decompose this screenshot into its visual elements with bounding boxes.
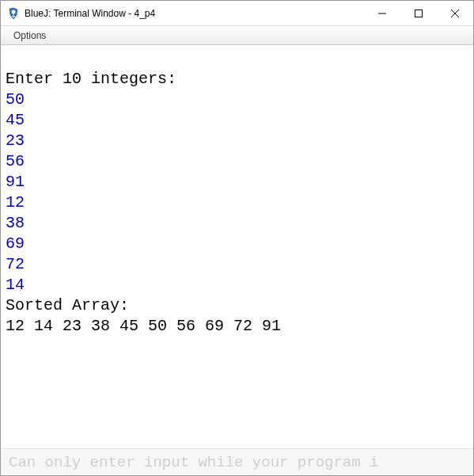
input-line: 50 bbox=[6, 90, 25, 109]
menubar: Options bbox=[1, 26, 473, 45]
window-controls bbox=[364, 1, 473, 25]
terminal-output: Enter 10 integers: 50 45 23 56 91 12 38 … bbox=[1, 45, 473, 446]
titlebar: BlueJ: Terminal Window - 4_p4 bbox=[1, 1, 473, 26]
input-line: 56 bbox=[6, 152, 25, 170]
menu-options[interactable]: Options bbox=[6, 29, 54, 43]
input-line: 12 bbox=[6, 193, 25, 211]
minimize-button[interactable] bbox=[364, 1, 400, 25]
terminal-input-bar: Can only enter input while your program … bbox=[1, 448, 473, 475]
input-line: 45 bbox=[6, 111, 25, 129]
close-button[interactable] bbox=[437, 1, 473, 25]
sorted-label: Sorted Array: bbox=[6, 296, 129, 314]
input-line: 91 bbox=[6, 173, 25, 191]
input-line: 38 bbox=[6, 214, 25, 232]
input-placeholder: Can only enter input while your program … bbox=[9, 454, 378, 471]
minimize-icon bbox=[378, 10, 386, 17]
bluej-icon bbox=[7, 7, 20, 20]
input-line: 69 bbox=[6, 234, 25, 253]
input-line: 72 bbox=[6, 255, 25, 273]
maximize-button[interactable] bbox=[400, 1, 437, 25]
input-line: 14 bbox=[6, 276, 25, 294]
close-icon bbox=[451, 10, 459, 17]
prompt-line: Enter 10 integers: bbox=[6, 70, 176, 88]
maximize-icon bbox=[415, 10, 423, 17]
window-title: BlueJ: Terminal Window - 4_p4 bbox=[25, 8, 364, 19]
input-line: 23 bbox=[6, 131, 25, 150]
svg-rect-2 bbox=[415, 10, 423, 17]
sorted-values: 12 14 23 38 45 50 56 69 72 91 bbox=[6, 317, 281, 335]
svg-point-0 bbox=[12, 10, 16, 13]
